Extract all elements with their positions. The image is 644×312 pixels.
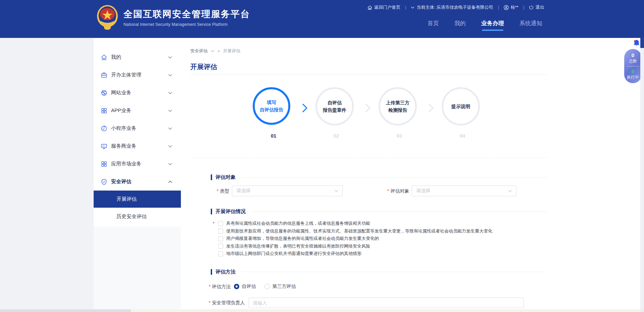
target-field-row: *评估对象 请选择 — [387, 186, 516, 196]
method-label: 评估方法 — [212, 284, 231, 289]
section-rule — [251, 211, 547, 212]
step-arrow-active-icon — [302, 103, 307, 113]
chevron-down-icon — [508, 190, 512, 192]
checkbox[interactable] — [218, 221, 223, 226]
required-marker: * — [209, 284, 210, 289]
horizontal-scrollbar-thumb[interactable] — [0, 309, 131, 312]
briefcase-icon — [101, 72, 107, 79]
nav-notices[interactable]: 系统通知 — [519, 19, 542, 31]
task-counter-widget[interactable]: 0 总数 0 执行中 — [624, 49, 642, 83]
sidebar-item-provider-business[interactable]: 服务商业务 — [94, 137, 181, 155]
user-menu[interactable]: 桂** — [504, 4, 518, 10]
grid-icon — [101, 107, 107, 114]
section-accent-bar — [211, 209, 212, 214]
sidebar-item-mine[interactable]: 我的 — [94, 48, 181, 66]
sidebar-item-website-business[interactable]: 网站业务 — [94, 84, 181, 102]
sidebar-subitem-history-assessment[interactable]: 历史安全评估 — [94, 208, 181, 225]
third-party-radio[interactable] — [264, 284, 270, 289]
main-nav: 首页 我的 业务办理 系统通知 — [428, 19, 542, 31]
chevron-down-icon — [168, 92, 172, 94]
section-accent-bar — [211, 269, 212, 275]
power-icon — [529, 5, 534, 10]
chevron-down-icon — [411, 6, 414, 9]
situation-option-row: 地市级以上网信部门或公安机关书面通知需要进行安全评估的其他情形 — [218, 250, 492, 258]
step-3-circle: 上传第三方 检测报告 — [379, 87, 417, 125]
app-header: 返回门户首页 | 当前主体: 乐清市佳农电子设备有限公司 | 桂** | 退出 — [0, 0, 644, 38]
sidebar-item-appmarket-business[interactable]: 应用市场业务 — [94, 155, 181, 173]
logout-button[interactable]: 退出 — [529, 4, 544, 10]
step-arrow-icon — [365, 103, 370, 113]
type-select[interactable]: 请选择 — [232, 186, 343, 196]
required-marker: * — [217, 188, 218, 194]
situation-options-list: * 具有舆论属性或社会动员能力的信息服务上线，或者信息服务增设相关功能 使用新技… — [218, 220, 492, 258]
self-assessment-label: 自评估 — [242, 283, 256, 290]
total-label: 总数 — [629, 58, 637, 64]
sidebar-subitem-start-assessment[interactable]: 开展评估 — [94, 191, 181, 208]
current-subject-switcher[interactable]: 当前主体: 乐清市佳农电子设备有限公司 — [411, 4, 493, 10]
situation-option-row: 用户规模显著增加，导致信息服务的舆论属性或者社会动员能力发生重大变化的 — [218, 235, 492, 243]
security-manager-input[interactable] — [249, 298, 524, 308]
horizontal-scrollbar[interactable] — [0, 309, 640, 312]
third-party-label: 第三方评估 — [272, 283, 296, 290]
breadcrumb: 安全评估 > 开展评估 — [190, 48, 241, 54]
nav-business[interactable]: 业务办理 — [481, 19, 504, 31]
widget-divider — [627, 66, 639, 66]
checkbox[interactable] — [218, 251, 223, 256]
vertical-scrollbar[interactable] — [640, 38, 644, 309]
platform-title: 全国互联网安全管理服务平台 — [123, 8, 250, 20]
required-marker: * — [209, 300, 210, 305]
section-assessment-method: 评估方法 — [211, 269, 547, 275]
sidebar-item-app-business[interactable]: APP业务 — [94, 102, 181, 119]
required-marker: * — [213, 221, 214, 226]
situation-option-row: 发生违法有害信息传播扩散，表明已有安全措施难以有效防控网络安全风险 — [218, 243, 492, 250]
self-assessment-radio[interactable] — [234, 284, 239, 289]
chevron-down-icon — [168, 145, 172, 148]
step-2-circle: 自评估 报告盖章件 — [315, 87, 354, 125]
assessment-method-radio-group: *评估方法 自评估 第三方评估 — [209, 283, 296, 290]
running-count: 0 — [632, 68, 634, 74]
sidebar-item-security-assessment[interactable]: 安全评估 — [94, 173, 181, 191]
notification-bell-icon[interactable] — [632, 39, 641, 48]
chevron-down-icon — [168, 127, 172, 130]
sidebar-item-miniprogram-business[interactable]: 小程序业务 — [94, 119, 181, 137]
breadcrumb-parent[interactable]: 安全评估 — [190, 48, 208, 54]
left-gutter — [0, 38, 94, 312]
situation-option-row: * 具有舆论属性或社会动员能力的信息服务上线，或者信息服务增设相关功能 — [218, 220, 492, 227]
globe-icon — [101, 90, 107, 96]
chevron-down-icon — [168, 74, 172, 76]
sidebar-item-entity-management[interactable]: 开办主体管理 — [94, 66, 181, 84]
checkbox[interactable] — [218, 228, 223, 233]
step-3-number: 03 — [393, 133, 406, 139]
step-arrow-icon — [428, 103, 434, 113]
section-rule — [241, 272, 547, 272]
checkbox[interactable] — [218, 244, 223, 249]
section-rule — [241, 177, 547, 177]
username: 桂** — [511, 4, 518, 10]
utility-bar: 返回门户首页 | 当前主体: 乐清市佳农电子设备有限公司 | 桂** | 退出 — [367, 0, 544, 15]
platform-subtitle: National Internet Security Management Se… — [123, 22, 250, 27]
step-4-circle: 提示说明 — [442, 87, 480, 125]
nav-mine[interactable]: 我的 — [454, 19, 466, 31]
chevron-down-icon — [168, 56, 172, 59]
security-manager-row: *安全管理负责人 — [209, 298, 524, 308]
assessment-target-select[interactable]: 请选择 — [412, 186, 516, 196]
nav-home[interactable]: 首页 — [428, 19, 439, 31]
return-portal-link[interactable]: 返回门户首页 — [367, 4, 400, 10]
vertical-scrollbar-thumb[interactable] — [640, 38, 644, 48]
step-2-number: 02 — [330, 133, 343, 139]
chevron-down-icon — [168, 163, 172, 165]
home-icon — [367, 5, 372, 10]
checkbox[interactable] — [218, 236, 223, 241]
chevron-down-icon[interactable] — [211, 50, 214, 52]
sidebar: 我的 开办主体管理 网站业务 — [94, 38, 181, 226]
platform-branding: 全国互联网安全管理服务平台 National Internet Security… — [96, 5, 250, 30]
chevron-down-icon — [168, 109, 172, 112]
step-1-circle: 填写 自评估报告 — [253, 87, 290, 125]
shield-check-icon — [101, 178, 107, 185]
section-assessment-situation: 开展评估情况 — [211, 208, 547, 215]
miniprogram-icon — [101, 125, 107, 132]
running-label: 执行中 — [627, 74, 639, 80]
chevron-down-icon — [334, 190, 338, 192]
situation-option-row: 使用新技术新应用，使信息服务的功能属性、技术实现方式、基础资源配置等发生重大变更… — [218, 227, 492, 235]
dashed-divider — [190, 158, 547, 158]
